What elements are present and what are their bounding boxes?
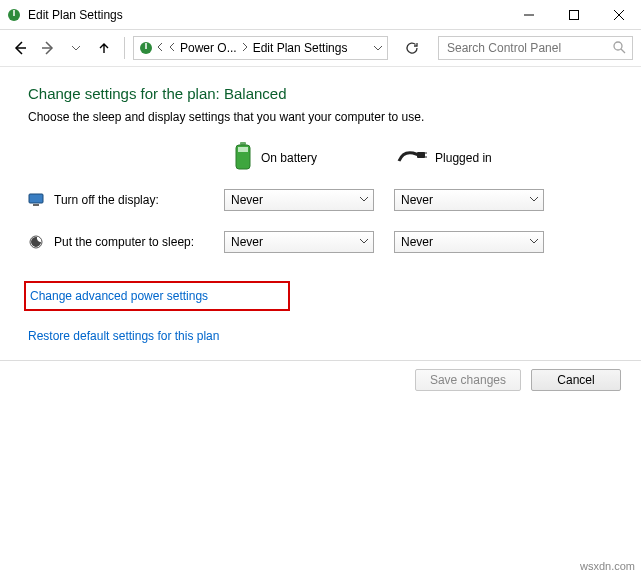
chevron-down-icon xyxy=(359,193,369,207)
minimize-button[interactable] xyxy=(506,0,551,29)
maximize-button[interactable] xyxy=(551,0,596,29)
column-label: Plugged in xyxy=(435,151,492,165)
column-headers: On battery Plugged in xyxy=(28,142,613,173)
svg-rect-16 xyxy=(29,194,43,203)
column-on-battery: On battery xyxy=(233,142,317,173)
chevron-down-icon xyxy=(529,193,539,207)
display-on-battery-select[interactable]: Never xyxy=(224,189,374,211)
nav-bar: Power O... Edit Plan Settings xyxy=(0,30,641,66)
page-title: Change settings for the plan: Balanced xyxy=(28,85,613,102)
title-bar: Edit Plan Settings xyxy=(0,0,641,30)
svg-rect-2 xyxy=(569,10,578,19)
breadcrumb[interactable]: Power O... Edit Plan Settings xyxy=(133,36,388,60)
row-sleep: Put the computer to sleep: Never Never xyxy=(28,231,613,253)
row-label: Turn off the display: xyxy=(54,193,224,207)
window-buttons xyxy=(506,0,641,29)
back-button[interactable] xyxy=(8,36,32,60)
svg-line-9 xyxy=(621,49,625,53)
moon-icon xyxy=(28,234,44,250)
chevron-left-icon[interactable] xyxy=(168,41,176,55)
separator xyxy=(124,37,125,59)
svg-rect-13 xyxy=(417,152,425,158)
display-icon xyxy=(28,192,44,208)
breadcrumb-item-power-options[interactable]: Power O... xyxy=(178,37,239,59)
app-icon xyxy=(6,7,22,23)
window-title: Edit Plan Settings xyxy=(28,8,123,22)
cancel-button[interactable]: Cancel xyxy=(531,369,621,391)
search-box[interactable] xyxy=(438,36,633,60)
restore-default-settings-link[interactable]: Restore default settings for this plan xyxy=(28,329,219,343)
forward-button[interactable] xyxy=(36,36,60,60)
chevron-left-icon[interactable] xyxy=(156,41,164,55)
close-button[interactable] xyxy=(596,0,641,29)
content-area: Change settings for the plan: Balanced C… xyxy=(0,66,641,379)
page-subtext: Choose the sleep and display settings th… xyxy=(28,110,613,124)
row-turn-off-display: Turn off the display: Never Never xyxy=(28,189,613,211)
change-advanced-power-settings-link[interactable]: Change advanced power settings xyxy=(30,289,208,303)
sleep-on-battery-select[interactable]: Never xyxy=(224,231,374,253)
save-changes-button[interactable]: Save changes xyxy=(415,369,521,391)
breadcrumb-item-edit-plan[interactable]: Edit Plan Settings xyxy=(251,37,350,59)
display-plugged-in-select[interactable]: Never xyxy=(394,189,544,211)
plug-icon xyxy=(397,147,427,168)
sleep-plugged-in-select[interactable]: Never xyxy=(394,231,544,253)
column-plugged-in: Plugged in xyxy=(397,147,492,168)
breadcrumb-dropdown[interactable] xyxy=(367,37,387,59)
svg-rect-12 xyxy=(238,147,248,152)
advanced-settings-highlight: Change advanced power settings xyxy=(24,281,290,311)
up-button[interactable] xyxy=(92,36,116,60)
footer: Save changes Cancel xyxy=(0,360,641,399)
links-section: Change advanced power settings Restore d… xyxy=(28,281,613,343)
refresh-button[interactable] xyxy=(400,36,424,60)
search-icon[interactable] xyxy=(612,40,626,57)
svg-rect-17 xyxy=(33,204,39,206)
search-input[interactable] xyxy=(445,40,606,56)
column-label: On battery xyxy=(261,151,317,165)
recent-locations-button[interactable] xyxy=(64,36,88,60)
chevron-down-icon xyxy=(529,235,539,249)
battery-icon xyxy=(233,142,253,173)
svg-point-8 xyxy=(614,42,622,50)
panel-icon xyxy=(138,40,154,56)
chevron-down-icon xyxy=(359,235,369,249)
row-label: Put the computer to sleep: xyxy=(54,235,224,249)
watermark: wsxdn.com xyxy=(580,560,635,572)
chevron-right-icon[interactable] xyxy=(241,41,249,55)
